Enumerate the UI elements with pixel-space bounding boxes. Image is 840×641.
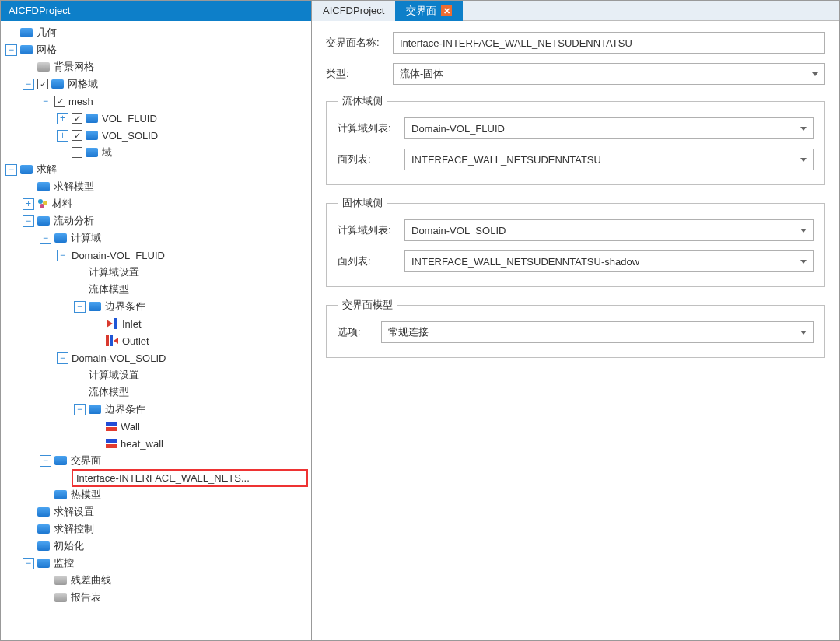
caret-down-icon xyxy=(800,158,807,162)
tree-material[interactable]: 材料 xyxy=(52,197,311,211)
toggle-collapse-icon[interactable]: − xyxy=(57,352,68,364)
caret-down-icon xyxy=(800,229,807,233)
folder-icon xyxy=(86,148,98,157)
solid-surface-select[interactable]: INTERFACE_WALL_NETSUDENNTATSU-shadow xyxy=(404,250,814,272)
tree-domain-fluid[interactable]: Domain-VOL_FLUID xyxy=(72,250,311,261)
interface-model-legend: 交界面模型 xyxy=(338,298,397,312)
checkbox[interactable]: ✓ xyxy=(72,130,82,141)
svg-rect-4 xyxy=(106,335,109,346)
wall-icon xyxy=(106,439,117,448)
tree-monitor[interactable]: 监控 xyxy=(54,556,311,570)
tree-mesh-domain[interactable]: 网格域 xyxy=(68,77,311,91)
tree-inlet[interactable]: Inlet xyxy=(122,318,311,330)
tree-fluid-model[interactable]: 流体模型 xyxy=(89,282,311,296)
tree-body[interactable]: 几何 −网格 背景网格 −✓网格域 −✓mesh +✓VOL_FLUID +✓V… xyxy=(1,21,311,640)
folder-icon xyxy=(54,456,67,465)
toggle-collapse-icon[interactable]: − xyxy=(5,164,17,176)
tree-solve-settings[interactable]: 求解设置 xyxy=(54,505,311,519)
toggle-collapse-icon[interactable]: − xyxy=(40,233,51,244)
caret-down-icon xyxy=(800,260,807,264)
tree-domain-settings-solid[interactable]: 计算域设置 xyxy=(89,368,311,382)
folder-icon xyxy=(89,405,101,414)
tree-vol-fluid[interactable]: VOL_FLUID xyxy=(102,113,311,124)
tree-bg-mesh[interactable]: 背景网格 xyxy=(54,60,311,74)
interface-name-input[interactable]: Interface-INTERFACE_WALL_NETSUDENNTATSU xyxy=(393,32,825,54)
fluid-surface-select[interactable]: INTERFACE_WALL_NETSUDENNTATSU xyxy=(404,149,814,170)
type-select[interactable]: 流体-固体 xyxy=(393,63,825,85)
folder-icon xyxy=(37,62,50,72)
toggle-expand-icon[interactable]: + xyxy=(23,198,34,210)
option-label: 选项: xyxy=(338,325,375,339)
tree-outlet[interactable]: Outlet xyxy=(122,335,311,347)
interface-model-group: 交界面模型 选项: 常规连接 xyxy=(326,298,825,358)
tree-mesh-node[interactable]: mesh xyxy=(68,96,311,107)
checkbox[interactable]: ✓ xyxy=(72,113,82,124)
folder-icon xyxy=(54,576,67,585)
fluid-domain-select[interactable]: Domain-VOL_FLUID xyxy=(404,117,814,139)
tree-heat-model[interactable]: 热模型 xyxy=(71,488,311,502)
tab-project-label: AICFDProject xyxy=(323,1,384,21)
tree-bc[interactable]: 边界条件 xyxy=(105,299,311,313)
folder-icon xyxy=(20,28,33,37)
outlet-icon xyxy=(106,335,118,346)
tab-interface[interactable]: 交界面 ✕ xyxy=(395,1,463,21)
tree-domain-settings[interactable]: 计算域设置 xyxy=(89,265,311,279)
toggle-collapse-icon[interactable]: − xyxy=(40,96,51,107)
tree-residual[interactable]: 残差曲线 xyxy=(71,573,311,587)
toggle-collapse-icon[interactable]: − xyxy=(74,404,86,415)
svg-point-0 xyxy=(38,199,43,204)
toggle-expand-icon[interactable]: + xyxy=(57,113,68,124)
tree-solve-model[interactable]: 求解模型 xyxy=(54,180,311,194)
caret-down-icon xyxy=(812,72,818,76)
folder-icon xyxy=(54,593,67,602)
caret-down-icon xyxy=(800,127,807,131)
tree-solve-control[interactable]: 求解控制 xyxy=(54,522,311,536)
caret-down-icon xyxy=(800,331,807,335)
toggle-collapse-icon[interactable]: − xyxy=(23,215,34,227)
tab-project[interactable]: AICFDProject xyxy=(312,1,395,21)
toggle-expand-icon[interactable]: + xyxy=(57,130,68,142)
tree-wall[interactable]: Wall xyxy=(121,421,311,433)
solid-surface-list-label: 面列表: xyxy=(338,254,398,268)
inlet-icon xyxy=(106,318,118,329)
checkbox[interactable]: ✓ xyxy=(37,79,48,89)
toggle-collapse-icon[interactable]: − xyxy=(57,250,68,261)
solid-side-legend: 固体域侧 xyxy=(338,196,387,210)
solid-domain-select[interactable]: Domain-VOL_SOLID xyxy=(404,219,814,241)
interface-name-label: 交界面名称: xyxy=(326,36,387,50)
close-icon[interactable]: ✕ xyxy=(441,5,452,16)
tree-fluid-model-solid[interactable]: 流体模型 xyxy=(89,385,311,399)
tree-init[interactable]: 初始化 xyxy=(54,539,311,553)
properties-body: 交界面名称: Interface-INTERFACE_WALL_NETSUDEN… xyxy=(312,21,839,640)
folder-icon xyxy=(54,490,67,499)
tab-bar: AICFDProject 交界面 ✕ xyxy=(312,1,839,21)
material-icon xyxy=(37,198,48,209)
toggle-collapse-icon[interactable]: − xyxy=(74,301,86,313)
tree-solve[interactable]: 求解 xyxy=(37,163,311,177)
tree-domain-solid[interactable]: Domain-VOL_SOLID xyxy=(72,352,311,364)
tree-interface[interactable]: 交界面 xyxy=(71,454,311,468)
tree-geometry[interactable]: 几何 xyxy=(37,26,311,40)
toggle-collapse-icon[interactable]: − xyxy=(40,455,51,467)
option-select[interactable]: 常规连接 xyxy=(381,321,814,343)
tree-heat-wall[interactable]: heat_wall xyxy=(121,438,311,450)
solid-domain-list-label: 计算域列表: xyxy=(338,223,398,237)
checkbox[interactable]: ✓ xyxy=(54,96,65,107)
tree-compute-domain[interactable]: 计算域 xyxy=(71,231,311,245)
tree-vol-solid[interactable]: VOL_SOLID xyxy=(102,130,311,142)
folder-icon xyxy=(20,165,33,174)
tree-interface-item[interactable]: Interface-INTERFACE_WALL_NETS... xyxy=(72,469,308,487)
toggle-collapse-icon[interactable]: − xyxy=(23,558,34,569)
tree-bc-solid[interactable]: 边界条件 xyxy=(105,402,311,416)
tree-report-table[interactable]: 报告表 xyxy=(71,590,311,604)
tree-domain-empty[interactable]: 域 xyxy=(102,145,311,159)
folder-icon xyxy=(86,131,98,140)
tree-mesh[interactable]: 网格 xyxy=(37,43,311,57)
checkbox[interactable] xyxy=(72,147,82,158)
folder-icon xyxy=(20,45,33,54)
wall-icon xyxy=(106,422,117,431)
toggle-collapse-icon[interactable]: − xyxy=(5,44,17,56)
toggle-collapse-icon[interactable]: − xyxy=(23,79,34,90)
folder-icon xyxy=(37,524,50,534)
tree-flow-analysis[interactable]: 流动分析 xyxy=(54,214,311,228)
